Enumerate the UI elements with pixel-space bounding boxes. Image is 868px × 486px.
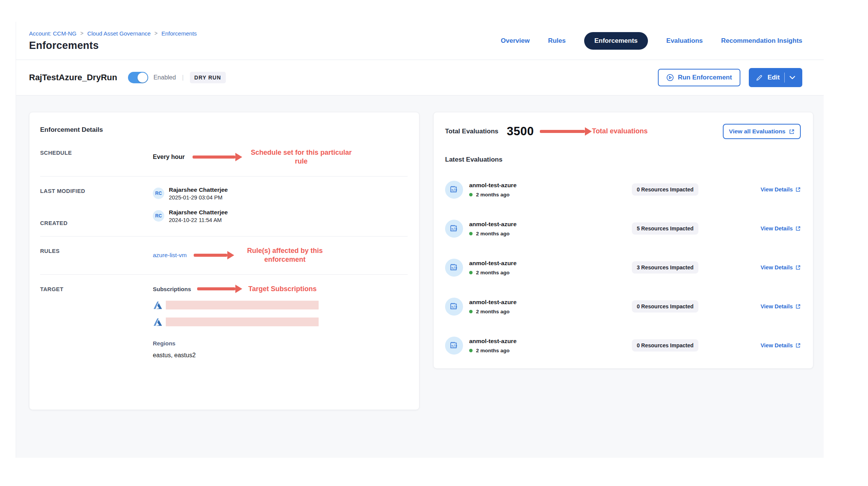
schedule-label: SCHEDULE bbox=[40, 148, 153, 166]
enforcement-name: RajTestAzure_DryRun bbox=[29, 73, 117, 83]
external-link-icon bbox=[795, 304, 801, 309]
created-person: RC Rajarshee Chatterjee 2024-10-22 11:54… bbox=[153, 209, 408, 223]
breadcrumb-separator: > bbox=[154, 30, 157, 36]
resources-impacted-badge: 3 Resources Impacted bbox=[632, 261, 699, 274]
view-details-label: View Details bbox=[761, 225, 793, 232]
edit-label: Edit bbox=[768, 74, 780, 81]
divider bbox=[784, 73, 785, 83]
run-enforcement-label: Run Enforcement bbox=[678, 74, 732, 81]
status-dot bbox=[469, 193, 473, 196]
view-details-link[interactable]: View Details bbox=[761, 186, 801, 193]
view-details-link[interactable]: View Details bbox=[761, 303, 801, 309]
view-details-link[interactable]: View Details bbox=[761, 225, 801, 232]
regions-value: eastus, eastus2 bbox=[153, 352, 408, 359]
evaluation-name: anmol-test-azure bbox=[469, 182, 517, 189]
top-nav: Overview Rules Enforcements Evaluations … bbox=[501, 32, 802, 50]
annotation-arrow bbox=[197, 285, 242, 293]
run-enforcement-button[interactable]: Run Enforcement bbox=[658, 69, 740, 86]
redacted-subscription-id bbox=[166, 301, 319, 309]
breadcrumb-cloud-asset-governance[interactable]: Cloud Asset Governance bbox=[87, 30, 151, 37]
toggle-status-label: Enabled bbox=[154, 74, 176, 81]
evaluation-time: 2 months ago bbox=[476, 348, 510, 353]
last-modified-date: 2025-01-29 03:04 PM bbox=[169, 194, 228, 201]
evaluation-time: 2 months ago bbox=[476, 231, 510, 237]
svg-text:</>: </> bbox=[451, 227, 457, 231]
toggle-knob bbox=[138, 73, 147, 83]
annotation-arrow bbox=[540, 127, 592, 136]
enforcement-header-row: RajTestAzure_DryRun Enabled | DRY RUN Ru… bbox=[16, 60, 824, 96]
avatar: RC bbox=[153, 210, 164, 222]
evaluation-name: anmol-test-azure bbox=[469, 338, 517, 345]
target-annotation: Target Subscriptions bbox=[248, 285, 317, 293]
external-link-icon bbox=[795, 187, 801, 192]
regions-label: Regions bbox=[153, 340, 408, 347]
rules-annotation: Rule(s) affected by this enforcement bbox=[241, 246, 329, 264]
external-link-icon bbox=[795, 343, 801, 348]
created-label: CREATED bbox=[40, 219, 153, 226]
status-dot bbox=[469, 271, 473, 274]
status-dot bbox=[469, 310, 473, 313]
enabled-toggle[interactable] bbox=[128, 72, 148, 83]
page-title: Enforcements bbox=[29, 40, 197, 52]
evaluations-card: Total Evaluations 3500 Total evaluations… bbox=[433, 112, 813, 369]
view-all-evaluations-label: View all Evaluations bbox=[729, 128, 785, 135]
evaluation-name: anmol-test-azure bbox=[469, 299, 517, 306]
last-modified-name: Rajarshee Chatterjee bbox=[169, 186, 228, 193]
schedule-value: Every hour bbox=[153, 154, 185, 160]
audit-section: LAST MODIFIED CREATED RC Rajarshee Chatt… bbox=[40, 177, 408, 237]
breadcrumb-separator: > bbox=[80, 30, 83, 36]
evaluation-script-icon: </> bbox=[445, 259, 463, 277]
enforcement-details-card: Enforcement Details SCHEDULE Every hour … bbox=[29, 112, 419, 410]
total-evaluations-label: Total Evaluations bbox=[445, 128, 499, 135]
latest-evaluations-title: Latest Evaluations bbox=[445, 156, 801, 164]
view-details-link[interactable]: View Details bbox=[761, 264, 801, 271]
resources-impacted-badge: 0 Resources Impacted bbox=[632, 183, 699, 196]
page-header: Account: CCM-NG > Cloud Asset Governance… bbox=[16, 22, 824, 60]
evaluation-row: </> anmol-test-azure 2 months ago 3 Reso… bbox=[445, 254, 801, 280]
view-all-evaluations-button[interactable]: View all Evaluations bbox=[723, 124, 801, 139]
status-dot bbox=[469, 349, 473, 352]
tab-overview[interactable]: Overview bbox=[501, 37, 530, 45]
tab-evaluations[interactable]: Evaluations bbox=[666, 37, 703, 45]
chevron-down-icon[interactable] bbox=[789, 76, 795, 79]
created-name: Rajarshee Chatterjee bbox=[169, 209, 228, 216]
avatar: RC bbox=[153, 188, 164, 199]
rules-label: RULES bbox=[40, 246, 153, 264]
evaluation-name: anmol-test-azure bbox=[469, 260, 517, 267]
evaluation-row: </> anmol-test-azure 2 months ago 5 Reso… bbox=[445, 215, 801, 241]
evaluation-time: 2 months ago bbox=[476, 309, 510, 314]
svg-text:</>: </> bbox=[451, 305, 457, 309]
edit-button[interactable]: Edit bbox=[749, 68, 802, 87]
target-section: TARGET Subscriptions Target Subscription… bbox=[40, 275, 408, 369]
content-area: Enforcement Details SCHEDULE Every hour … bbox=[16, 96, 824, 458]
divider: | bbox=[182, 74, 183, 81]
external-link-icon bbox=[795, 265, 801, 270]
total-evaluations-value: 3500 bbox=[507, 125, 534, 138]
breadcrumb-enforcements[interactable]: Enforcements bbox=[162, 30, 197, 37]
app-window: Account: CCM-NG > Cloud Asset Governance… bbox=[16, 22, 824, 458]
external-link-icon bbox=[789, 129, 795, 134]
schedule-section: SCHEDULE Every hour Schedule set for thi… bbox=[40, 138, 408, 177]
rule-link[interactable]: azure-list-vm bbox=[153, 252, 187, 259]
breadcrumb: Account: CCM-NG > Cloud Asset Governance… bbox=[29, 30, 197, 37]
last-modified-label: LAST MODIFIED bbox=[40, 186, 153, 194]
annotation-arrow bbox=[194, 251, 234, 259]
play-circle-icon bbox=[666, 74, 674, 81]
view-details-label: View Details bbox=[761, 264, 793, 271]
breadcrumb-account[interactable]: Account: CCM-NG bbox=[29, 30, 76, 37]
evaluation-row: </> anmol-test-azure 2 months ago 0 Reso… bbox=[445, 293, 801, 319]
tab-recommendation-insights[interactable]: Recommendation Insights bbox=[721, 37, 802, 45]
tab-enforcements[interactable]: Enforcements bbox=[584, 32, 648, 50]
tab-rules[interactable]: Rules bbox=[548, 37, 565, 45]
view-details-link[interactable]: View Details bbox=[761, 342, 801, 348]
target-label: TARGET bbox=[40, 285, 153, 359]
annotation-arrow bbox=[193, 153, 242, 161]
evaluation-name: anmol-test-azure bbox=[469, 221, 517, 228]
subscription-row bbox=[153, 300, 408, 310]
created-date: 2024-10-22 11:54 AM bbox=[169, 217, 228, 223]
evaluation-row: </> anmol-test-azure 2 months ago 0 Reso… bbox=[445, 177, 801, 202]
evaluation-script-icon: </> bbox=[445, 181, 463, 199]
details-card-title: Enforcement Details bbox=[40, 126, 408, 134]
azure-icon bbox=[153, 300, 163, 310]
subscription-row bbox=[153, 317, 408, 327]
